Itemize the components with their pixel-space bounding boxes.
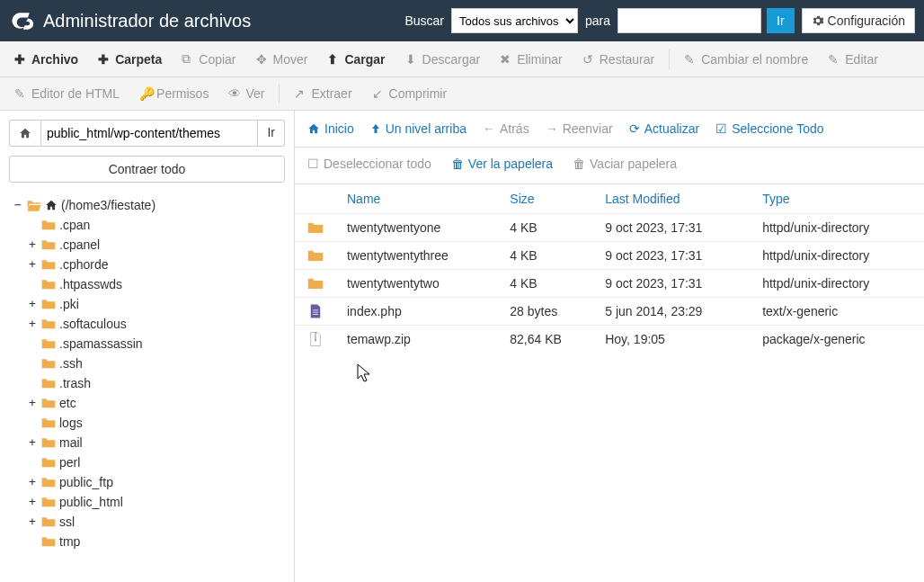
tree-item[interactable]: +.pki bbox=[27, 294, 285, 314]
move-button[interactable]: ✥Mover bbox=[247, 47, 317, 72]
settings-button[interactable]: Configuración bbox=[802, 8, 915, 33]
html-editor-button[interactable]: ✎Editor de HTML bbox=[5, 81, 129, 106]
upload-button[interactable]: ⬆Cargar bbox=[318, 47, 394, 72]
tree-item[interactable]: logs bbox=[27, 413, 285, 433]
nav-up-button[interactable]: Un nivel arriba bbox=[369, 118, 468, 139]
path-go-button[interactable]: Ir bbox=[258, 120, 285, 147]
expand-icon[interactable]: + bbox=[27, 433, 38, 452]
folder-icon bbox=[41, 416, 56, 429]
search-input[interactable] bbox=[617, 8, 761, 33]
up-icon bbox=[370, 122, 381, 135]
edit-button[interactable]: ✎Editar bbox=[819, 47, 887, 72]
table-row[interactable]: temawp.zip82,64 KBHoy, 19:05package/x-ge… bbox=[295, 326, 924, 354]
tree-item[interactable]: .trash bbox=[27, 373, 285, 393]
tree-item[interactable]: tmp bbox=[27, 532, 285, 551]
nav-forward-button[interactable]: →Reenviar bbox=[544, 118, 615, 139]
table-row[interactable]: twentytwentythree4 KB9 oct 2023, 17:31ht… bbox=[295, 242, 924, 270]
expand-icon[interactable]: + bbox=[27, 492, 38, 512]
collapse-all-button[interactable]: Contraer todo bbox=[9, 156, 285, 183]
gear-icon bbox=[812, 14, 824, 27]
cell-type: text/x-generic bbox=[753, 298, 924, 326]
extract-button[interactable]: ↗Extraer bbox=[285, 81, 360, 106]
tree-item-label: etc bbox=[59, 393, 76, 413]
tree-item[interactable]: +public_html bbox=[27, 492, 285, 512]
download-button[interactable]: ⬇Descargar bbox=[396, 47, 490, 72]
view-button[interactable]: 👁Ver bbox=[219, 81, 273, 106]
th-lastmod[interactable]: Last Modified bbox=[596, 184, 753, 214]
tree-item[interactable]: .htpasswds bbox=[27, 274, 285, 294]
restore-button[interactable]: ↺Restaurar bbox=[573, 47, 663, 72]
expand-icon[interactable]: + bbox=[27, 472, 38, 492]
folder-icon bbox=[307, 219, 324, 236]
tree-item[interactable]: perl bbox=[27, 452, 285, 472]
compress-button[interactable]: ↙Comprimir bbox=[363, 81, 457, 106]
expand-icon[interactable]: + bbox=[27, 393, 38, 413]
tree-item-label: ssl bbox=[59, 512, 75, 532]
th-icon[interactable] bbox=[295, 184, 338, 214]
folder-icon bbox=[41, 456, 56, 469]
table-row[interactable]: twentytwentyone4 KB9 oct 2023, 17:31http… bbox=[295, 214, 924, 242]
edit-icon: ✎ bbox=[828, 52, 840, 67]
refresh-button[interactable]: ⟳Actualizar bbox=[627, 118, 701, 139]
folder-icon bbox=[41, 397, 56, 409]
tree-item[interactable]: .cpan bbox=[27, 215, 285, 235]
collapse-icon[interactable]: − bbox=[13, 195, 23, 215]
path-input[interactable] bbox=[40, 120, 258, 147]
tree-item[interactable]: +ssl bbox=[27, 512, 285, 532]
home-icon bbox=[307, 122, 320, 135]
cell-name: temawp.zip bbox=[338, 326, 501, 354]
empty-trash-button[interactable]: 🗑Vaciar papelera bbox=[571, 153, 679, 175]
sidebar: Ir Contraer todo − (/home3/fiestate) .cp… bbox=[0, 111, 295, 582]
home-button[interactable] bbox=[9, 120, 40, 147]
new-folder-button[interactable]: ✚Carpeta bbox=[89, 47, 171, 72]
cell-size: 28 bytes bbox=[501, 298, 596, 326]
cpanel-logo-icon bbox=[9, 8, 34, 33]
tree-item[interactable]: +.cphorde bbox=[27, 255, 285, 274]
table-row[interactable]: index.php28 bytes5 jun 2014, 23:29text/x… bbox=[295, 298, 924, 326]
app-title: Administrador de archivos bbox=[43, 11, 251, 31]
tree-item[interactable]: +etc bbox=[27, 393, 285, 413]
plus-icon: ✚ bbox=[98, 52, 111, 67]
folder-icon bbox=[307, 247, 324, 264]
tree-item[interactable]: .spamassassin bbox=[27, 334, 285, 354]
expand-icon[interactable]: + bbox=[27, 235, 38, 255]
permissions-button[interactable]: 🔑Permisos bbox=[130, 81, 218, 106]
cell-type: httpd/unix-directory bbox=[753, 242, 924, 270]
folder-icon bbox=[41, 238, 56, 251]
tree-item[interactable]: +.cpanel bbox=[27, 235, 285, 255]
nav-home-button[interactable]: Inicio bbox=[306, 118, 356, 139]
tree-root[interactable]: − (/home3/fiestate) bbox=[13, 195, 285, 215]
deselect-all-button[interactable]: ☐Deseleccionar todo bbox=[306, 153, 433, 175]
tree-item[interactable]: .ssh bbox=[27, 354, 285, 373]
search-go-button[interactable]: Ir bbox=[767, 8, 795, 33]
home-icon bbox=[45, 199, 58, 211]
th-name[interactable]: Name bbox=[338, 184, 501, 214]
cell-lastmod: 5 jun 2014, 23:29 bbox=[596, 298, 753, 326]
tree-item[interactable]: +public_ftp bbox=[27, 472, 285, 492]
th-size[interactable]: Size bbox=[501, 184, 596, 214]
cell-lastmod: Hoy, 19:05 bbox=[596, 326, 753, 354]
expand-icon[interactable]: + bbox=[27, 512, 38, 532]
key-icon: 🔑 bbox=[139, 86, 152, 101]
th-type[interactable]: Type bbox=[753, 184, 924, 214]
select-all-button[interactable]: ☑Seleccione Todo bbox=[714, 118, 825, 139]
delete-button[interactable]: ✖Eliminar bbox=[491, 47, 572, 72]
eye-icon: 👁 bbox=[228, 86, 241, 101]
expand-icon[interactable]: + bbox=[27, 314, 38, 334]
folder-icon bbox=[41, 436, 56, 449]
table-row[interactable]: twentytwentytwo4 KB9 oct 2023, 17:31http… bbox=[295, 270, 924, 298]
search-scope-select[interactable]: Todos sus archivos bbox=[451, 8, 578, 33]
restore-icon: ↺ bbox=[582, 52, 595, 67]
cell-name: twentytwentyone bbox=[338, 214, 501, 242]
expand-icon[interactable]: + bbox=[27, 255, 38, 274]
tree-item[interactable]: +.softaculous bbox=[27, 314, 285, 334]
view-trash-button[interactable]: 🗑Ver la papelera bbox=[449, 153, 555, 175]
expand-icon[interactable]: + bbox=[27, 294, 38, 314]
new-file-button[interactable]: ✚Archivo bbox=[5, 47, 87, 72]
nav-back-button[interactable]: ←Atrás bbox=[481, 118, 531, 139]
rename-icon: ✎ bbox=[684, 52, 697, 67]
copy-button[interactable]: ⧉Copiar bbox=[173, 46, 244, 72]
unchecked-icon: ☐ bbox=[307, 157, 319, 171]
rename-button[interactable]: ✎Cambiar el nombre bbox=[675, 47, 817, 72]
tree-item[interactable]: +mail bbox=[27, 433, 285, 452]
